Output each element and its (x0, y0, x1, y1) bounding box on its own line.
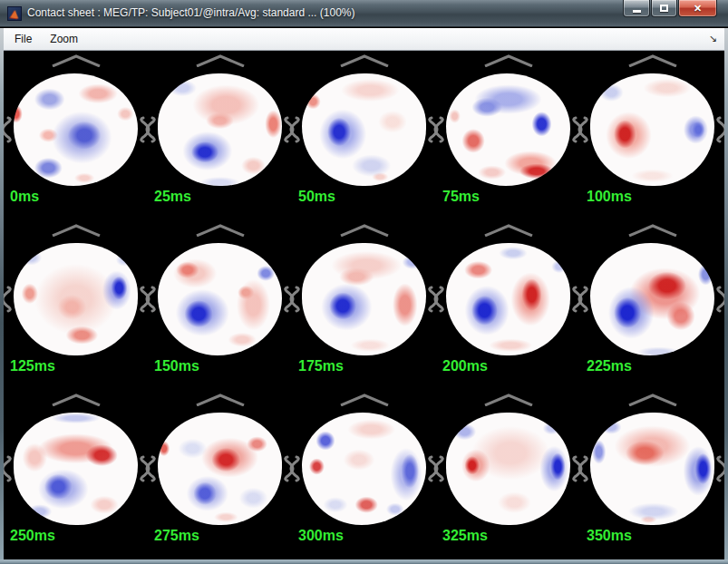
topography-map (590, 413, 714, 525)
nose-icon (50, 54, 102, 67)
window-frame-right (724, 28, 728, 564)
topography-cell: 225ms (580, 220, 724, 390)
right-ear-icon (716, 284, 724, 315)
topography-map (302, 413, 426, 525)
topography-cell: 0ms (4, 51, 148, 220)
time-label: 275ms (154, 528, 286, 544)
left-ear-icon (289, 284, 300, 315)
head-map-wrap (158, 243, 282, 355)
nose-icon (338, 394, 391, 406)
topography-cell: 250ms (4, 390, 148, 559)
minimize-button[interactable] (623, 0, 650, 17)
head-map-wrap (158, 413, 282, 525)
window-controls: ✕ (622, 0, 717, 17)
head-map-wrap (302, 413, 426, 525)
time-label: 225ms (587, 358, 718, 374)
topography-cell: 125ms (4, 220, 148, 390)
nose-icon (50, 224, 102, 237)
head-map-wrap (14, 243, 138, 355)
time-label: 175ms (298, 358, 430, 374)
left-ear-icon (4, 284, 12, 315)
topography-cell: 325ms (436, 390, 580, 559)
topography-map (590, 243, 714, 355)
topography-cell: 25ms (148, 51, 292, 220)
left-ear-icon (289, 453, 300, 484)
contact-sheet-window: Contact sheet : MEG/TP: Subject01/@intra… (0, 0, 728, 564)
head-map-wrap (302, 73, 426, 186)
time-label: 75ms (442, 189, 574, 205)
topography-map (302, 73, 426, 186)
time-label: 350ms (587, 528, 718, 544)
contact-sheet-grid: 0ms 25ms 50ms (4, 51, 724, 559)
left-ear-icon (145, 453, 156, 484)
left-ear-icon (578, 114, 588, 145)
right-ear-icon (716, 453, 724, 484)
head-map-wrap (446, 73, 570, 186)
left-ear-icon (4, 114, 12, 145)
left-ear-icon (145, 114, 156, 145)
head-map-wrap (14, 73, 138, 186)
maximize-button[interactable] (651, 0, 677, 17)
nose-icon (338, 224, 391, 237)
left-ear-icon (145, 284, 156, 315)
nose-icon (482, 394, 535, 406)
nose-icon (194, 54, 247, 67)
left-ear-icon (578, 284, 588, 315)
time-label: 200ms (442, 358, 574, 374)
nose-icon (194, 394, 247, 406)
time-label: 0ms (10, 189, 141, 205)
left-ear-icon (578, 453, 588, 484)
head-map-wrap (446, 413, 570, 525)
close-button[interactable]: ✕ (678, 0, 717, 17)
topography-map (158, 73, 282, 186)
topography-cell: 175ms (292, 220, 436, 390)
head-map-wrap (590, 73, 714, 186)
left-ear-icon (433, 284, 444, 315)
topography-map (590, 73, 714, 186)
topography-cell: 300ms (292, 390, 436, 559)
nose-icon (50, 394, 102, 406)
time-label: 300ms (298, 528, 430, 544)
menu-file[interactable]: File (7, 29, 39, 49)
topography-cell: 150ms (148, 220, 292, 390)
topography-map (14, 243, 138, 355)
topography-cell: 350ms (580, 390, 724, 559)
title-bar[interactable]: Contact sheet : MEG/TP: Subject01/@intra… (0, 0, 728, 27)
head-map-wrap (14, 413, 138, 525)
topography-map (158, 413, 282, 525)
right-ear-icon (716, 114, 724, 145)
topography-map (446, 243, 570, 355)
nose-icon (338, 54, 391, 67)
left-ear-icon (289, 114, 300, 145)
time-label: 250ms (10, 528, 141, 544)
nose-icon (626, 394, 679, 406)
menubar-corner-arrow-icon[interactable]: ↘ (709, 33, 717, 44)
close-icon: ✕ (694, 3, 702, 15)
minimize-icon (633, 10, 641, 13)
head-map-wrap (302, 243, 426, 355)
topography-map (446, 73, 570, 186)
topography-cell: 200ms (436, 220, 580, 390)
head-map-wrap (446, 243, 570, 355)
left-ear-icon (433, 453, 444, 484)
nose-icon (482, 224, 535, 237)
time-label: 125ms (10, 358, 141, 374)
nose-icon (482, 54, 535, 67)
time-label: 25ms (154, 189, 286, 205)
menu-zoom[interactable]: Zoom (43, 29, 85, 49)
window-frame-bottom (0, 559, 728, 564)
head-map-wrap (590, 243, 714, 355)
menu-bar: File Zoom ↘ (4, 28, 724, 51)
nose-icon (626, 224, 679, 237)
topography-map (302, 243, 426, 355)
matlab-logo-icon (10, 9, 19, 18)
topography-map (446, 413, 570, 525)
app-icon (7, 6, 22, 21)
left-ear-icon (433, 114, 444, 145)
time-label: 150ms (154, 358, 286, 374)
topography-map (158, 243, 282, 355)
nose-icon (626, 54, 679, 67)
topography-cell: 75ms (436, 51, 580, 220)
time-label: 325ms (442, 528, 574, 544)
topography-map (14, 413, 138, 525)
